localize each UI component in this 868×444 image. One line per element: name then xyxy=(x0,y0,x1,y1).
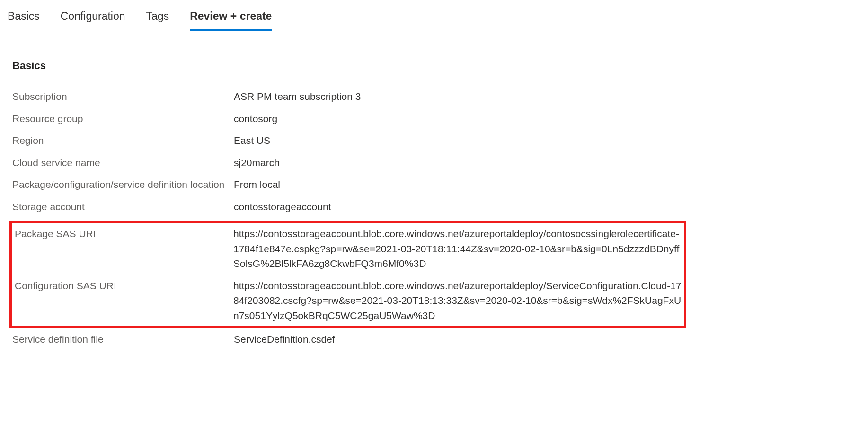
tab-bar: Basics Configuration Tags Review + creat… xyxy=(8,9,868,31)
row-package-sas-uri: Package SAS URI https://contosstorageacc… xyxy=(15,226,684,271)
row-subscription: Subscription ASR PM team subscription 3 xyxy=(12,89,868,104)
row-config-sas-uri: Configuration SAS URI https://contosstor… xyxy=(15,278,684,323)
value-cloud-service-name: sj20march xyxy=(234,155,688,170)
row-region: Region East US xyxy=(12,133,868,148)
review-section: Basics Subscription ASR PM team subscrip… xyxy=(8,60,868,347)
label-region: Region xyxy=(12,133,234,148)
label-storage-account: Storage account xyxy=(12,199,234,214)
highlight-sas-uris: Package SAS URI https://contosstorageacc… xyxy=(9,221,686,328)
value-config-sas-uri: https://contosstorageaccount.blob.core.w… xyxy=(233,278,684,323)
label-pkg-location: Package/configuration/service definition… xyxy=(12,177,234,192)
tab-configuration[interactable]: Configuration xyxy=(61,9,125,31)
label-cloud-service-name: Cloud service name xyxy=(12,155,234,170)
value-subscription: ASR PM team subscription 3 xyxy=(234,89,688,104)
tab-review-create[interactable]: Review + create xyxy=(190,9,272,31)
tab-basics[interactable]: Basics xyxy=(8,9,40,31)
section-heading-basics: Basics xyxy=(12,60,868,72)
row-service-def-file: Service definition file ServiceDefinitio… xyxy=(12,332,868,347)
label-config-sas-uri: Configuration SAS URI xyxy=(15,278,233,293)
row-pkg-location: Package/configuration/service definition… xyxy=(12,177,868,192)
value-pkg-location: From local xyxy=(234,177,688,192)
tab-tags[interactable]: Tags xyxy=(146,9,169,31)
value-region: East US xyxy=(234,133,688,148)
value-resource-group: contosorg xyxy=(234,111,688,126)
label-subscription: Subscription xyxy=(12,89,234,104)
label-service-def-file: Service definition file xyxy=(12,332,234,347)
value-package-sas-uri: https://contosstorageaccount.blob.core.w… xyxy=(233,226,684,271)
row-resource-group: Resource group contosorg xyxy=(12,111,868,126)
label-package-sas-uri: Package SAS URI xyxy=(15,226,233,241)
row-storage-account: Storage account contosstorageaccount xyxy=(12,199,868,214)
row-cloud-service-name: Cloud service name sj20march xyxy=(12,155,868,170)
label-resource-group: Resource group xyxy=(12,111,234,126)
value-storage-account: contosstorageaccount xyxy=(234,199,688,214)
value-service-def-file: ServiceDefinition.csdef xyxy=(234,332,688,347)
